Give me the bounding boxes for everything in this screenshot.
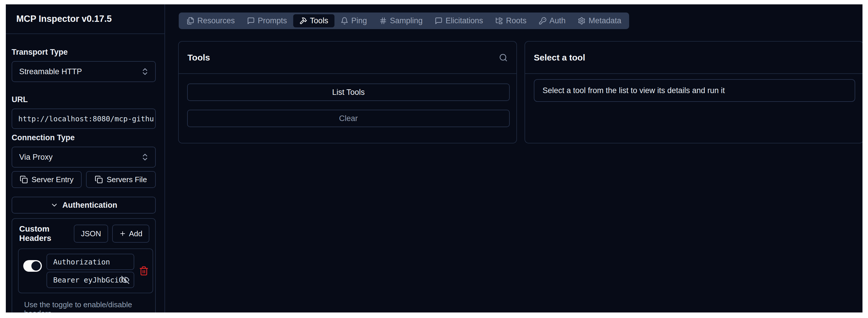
server-entry-label: Server Entry [32, 175, 74, 184]
header-enable-toggle[interactable] [23, 260, 42, 272]
trash-icon[interactable] [139, 266, 149, 276]
tab-ping[interactable]: Ping [335, 14, 373, 27]
tab-label: Resources [197, 16, 235, 25]
json-view-button[interactable]: JSON [74, 225, 108, 243]
custom-headers-card: Custom Headers JSON Add [11, 218, 156, 313]
list-tools-button[interactable]: List Tools [187, 84, 510, 101]
app-window: MCP Inspector v0.17.5 Transport Type Str… [6, 4, 863, 313]
headers-helper-text: Use the toggle to enable/disable headers… [18, 300, 149, 313]
gear-icon [578, 17, 586, 25]
main-area: ResourcesPromptsToolsPingSamplingElicita… [165, 4, 863, 313]
detail-panel-title: Select a tool [534, 53, 585, 62]
tab-label: Roots [506, 16, 527, 25]
tab-auth[interactable]: Auth [533, 14, 572, 27]
connection-type-label: Connection Type [11, 133, 156, 143]
chevron-down-icon [50, 201, 58, 209]
tab-metadata[interactable]: Metadata [571, 14, 627, 27]
chevrons-up-down-icon [141, 67, 149, 76]
connection-type-value: Via Proxy [19, 153, 53, 162]
header-row: Authorization Bearer eyJhbGciOi [18, 249, 153, 293]
search-icon[interactable] [499, 53, 508, 62]
connection-type-select[interactable]: Via Proxy [11, 147, 156, 168]
transport-type-select[interactable]: Streamable HTTP [11, 61, 156, 82]
hammer-icon [299, 17, 307, 25]
message-square-icon [247, 17, 255, 25]
custom-headers-title: Custom Headers [19, 224, 74, 243]
tool-detail-panel: Select a tool Select a tool from the lis… [525, 41, 863, 143]
authentication-toggle-button[interactable]: Authentication [11, 197, 156, 213]
folder-tree-icon [495, 17, 503, 25]
header-value-text: Bearer eyJhbGciOi [53, 276, 128, 284]
tab-elicitations[interactable]: Elicitations [429, 14, 489, 27]
header-value-input[interactable]: Bearer eyJhbGciOi [46, 272, 134, 288]
eye-off-icon[interactable] [121, 276, 130, 284]
tab-label: Sampling [390, 16, 423, 25]
tools-panel-title: Tools [187, 53, 210, 62]
tab-prompts[interactable]: Prompts [241, 14, 293, 27]
servers-file-button[interactable]: Servers File [86, 171, 156, 188]
copy-icon [20, 175, 28, 183]
files-icon [187, 17, 194, 25]
tab-label: Tools [310, 16, 329, 25]
tab-label: Ping [351, 16, 367, 25]
tab-label: Auth [550, 16, 566, 25]
clear-tools-button[interactable]: Clear [187, 110, 510, 127]
tab-label: Elicitations [445, 16, 483, 25]
url-input[interactable]: http://localhost:8080/mcp-githu [11, 109, 156, 129]
tools-panel: Tools List Tools Clear [178, 41, 517, 143]
tab-label: Prompts [258, 16, 287, 25]
key-icon [539, 17, 547, 25]
bell-icon [341, 17, 348, 25]
chevrons-up-down-icon [141, 153, 149, 162]
header-name-input[interactable]: Authorization [46, 254, 134, 270]
sidebar: MCP Inspector v0.17.5 Transport Type Str… [6, 4, 165, 313]
hash-icon [379, 17, 387, 25]
tab-label: Metadata [588, 16, 621, 25]
json-button-label: JSON [81, 229, 101, 238]
url-label: URL [11, 95, 156, 105]
transport-type-value: Streamable HTTP [19, 67, 82, 76]
nav-tabbar: ResourcesPromptsToolsPingSamplingElicita… [179, 12, 629, 29]
plus-icon [119, 230, 126, 237]
app-title: MCP Inspector v0.17.5 [6, 4, 164, 34]
tab-roots[interactable]: Roots [489, 14, 533, 27]
authentication-label: Authentication [62, 201, 117, 210]
tab-resources[interactable]: Resources [181, 14, 241, 27]
toggle-knob [31, 261, 41, 270]
helper-line-1: Use the toggle to enable/disable headers… [24, 300, 149, 313]
copy-icon [95, 175, 103, 183]
tab-tools[interactable]: Tools [293, 14, 335, 27]
servers-file-label: Servers File [107, 175, 147, 184]
transport-type-label: Transport Type [11, 48, 156, 57]
empty-state-message: Select a tool from the list to view its … [534, 79, 855, 102]
add-button-label: Add [129, 229, 143, 238]
add-header-button[interactable]: Add [112, 225, 149, 243]
server-entry-button[interactable]: Server Entry [11, 171, 82, 188]
message-square-icon [435, 17, 442, 25]
tab-sampling[interactable]: Sampling [373, 14, 429, 27]
